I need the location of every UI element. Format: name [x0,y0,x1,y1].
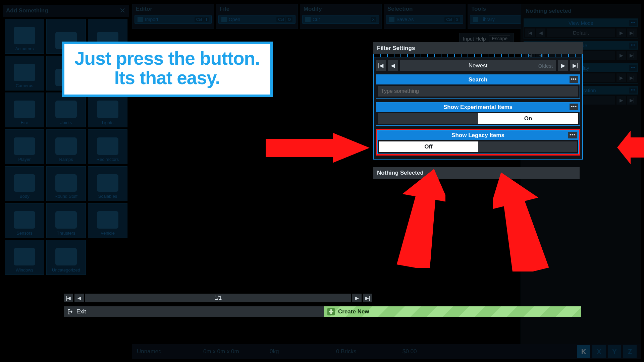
sort-next-icon[interactable]: ▶ [558,60,568,71]
nav-icon[interactable]: ▶ [616,96,626,105]
category-icon [97,174,118,192]
close-icon[interactable]: ✕ [119,6,125,15]
category-icon [14,248,35,265]
pager-first-icon[interactable]: |◀ [64,294,73,302]
axis-x-button[interactable]: X [592,345,606,358]
menu-group-editor: EditorImportCtrlI [132,4,214,29]
show-legacy-header: Show Legacy Items [451,132,504,138]
create-new-label: Create New [338,308,369,315]
inspector-value[interactable]: Default [547,28,615,37]
nav-icon[interactable]: ▶ [616,28,626,37]
category-label: Actuators [15,46,34,51]
nav-icon[interactable]: ▶| [627,28,637,37]
folder-icon [221,17,227,22]
Cut-button[interactable]: CutX [302,15,379,24]
exit-button[interactable]: Exit [64,306,324,317]
sort-current[interactable]: Newest Oldest [400,60,556,71]
category-scalables[interactable]: Scalables [88,166,127,201]
menu-title: Modify [300,4,381,13]
show-experimental-toggle[interactable]: On [378,113,578,124]
category-player[interactable]: Player [5,129,44,164]
more-icon[interactable]: ••• [570,104,578,110]
create-new-button[interactable]: Create New [324,306,581,317]
nav-icon[interactable]: ▶| [627,96,637,105]
Save As-button[interactable]: Save AsCtrlS [386,15,463,24]
axis-k-button[interactable]: K [577,345,590,358]
axis-z-button[interactable]: Z [623,345,637,358]
arrow-up-right-icon [493,168,560,272]
inspector-section: View Mode•••|◀◀Default▶▶| [524,18,638,39]
more-icon[interactable]: ••• [629,43,637,49]
pager-prev-icon[interactable]: ◀ [74,294,84,302]
sort-first-icon[interactable]: |◀ [376,60,386,71]
more-icon[interactable]: ••• [568,132,577,138]
sort-prev-icon[interactable]: ◀ [388,60,398,71]
Import-button[interactable]: ImportCtrlI [135,15,212,24]
shortcut: CtrlO [276,17,292,22]
category-body[interactable]: Body [5,166,44,201]
category-label: Sensors [16,231,33,236]
pager-next-icon[interactable]: ▶ [352,294,362,302]
category-vehicle[interactable]: Vehicle [88,203,127,238]
category-label: Thrusters [57,231,75,236]
more-icon[interactable]: ••• [629,87,637,94]
arrow-right-icon [617,131,644,164]
category-label: Ramps [59,157,73,162]
status-mass: 0kg [270,348,330,355]
filter-settings-panel: Filter Settings |◀ ◀ Newest Oldest ▶ ▶| … [373,42,583,179]
category-redirectors[interactable]: Redirectors [88,129,127,164]
category-sensors[interactable]: Sensors [5,203,44,238]
menu-group-selection: SelectionSave AsCtrlS [384,4,466,29]
menu-title: Selection [384,4,465,13]
category-ramps[interactable]: Ramps [46,129,86,164]
category-icon [14,137,35,155]
category-uncategorized[interactable]: Uncategorized [46,240,86,275]
menu-btn-label: Cut [313,17,369,22]
sort-current-label: Newest [469,62,488,69]
Open-button[interactable]: OpenCtrlO [218,15,296,24]
category-round-stuff[interactable]: Round Stuff [46,166,86,201]
library-icon [473,17,478,22]
more-icon[interactable]: ••• [629,65,637,71]
search-input[interactable] [378,86,578,97]
pager-last-icon[interactable]: ▶| [363,294,372,302]
category-label: Body [19,194,30,199]
sort-alt-label: Oldest [538,63,553,69]
category-icon [55,137,77,155]
sort-last-icon[interactable]: ▶| [570,60,580,71]
show-legacy-section: Show Legacy Items ••• Off [377,130,579,154]
nav-icon[interactable]: |◀ [525,28,535,37]
category-windows[interactable]: Windows [5,240,44,275]
category-icon [97,101,118,118]
nav-icon[interactable]: ◀ [536,28,545,37]
menu-btn-label: Open [229,17,274,22]
pager-value: 1/1 [85,294,351,302]
category-thrusters[interactable]: Thrusters [46,203,86,238]
nav-icon[interactable]: ▶ [616,51,626,60]
show-legacy-toggle[interactable]: Off [379,141,577,152]
axis-y-button[interactable]: Y [608,345,621,358]
more-icon[interactable]: ••• [570,76,578,83]
svg-marker-2 [617,131,644,164]
filter-settings-title: Filter Settings [373,42,583,54]
menu-title: Editor [132,4,214,13]
category-fire[interactable]: Fire [5,93,44,127]
category-joints[interactable]: Joints [46,93,86,127]
exit-label: Exit [76,308,86,315]
nav-icon[interactable]: ▶| [627,51,637,60]
category-label: Redirectors [97,157,119,162]
nav-icon[interactable]: ▶ [616,73,626,82]
sort-selector: |◀ ◀ Newest Oldest ▶ ▶| [376,60,580,71]
category-label: Vehicle [101,231,115,236]
shortcut: CtrlS [444,17,460,22]
nav-icon[interactable]: ▶| [627,73,637,82]
more-icon[interactable]: ••• [629,20,637,26]
escape-key: Escape [489,35,510,42]
category-cameras[interactable]: Cameras [5,56,44,90]
category-icon [55,211,77,229]
category-icon [55,248,77,265]
category-actuators[interactable]: Actuators [5,19,44,54]
status-price: $0.00 [402,348,463,355]
category-label: Fire [21,120,28,125]
category-lights[interactable]: Lights [88,93,127,127]
